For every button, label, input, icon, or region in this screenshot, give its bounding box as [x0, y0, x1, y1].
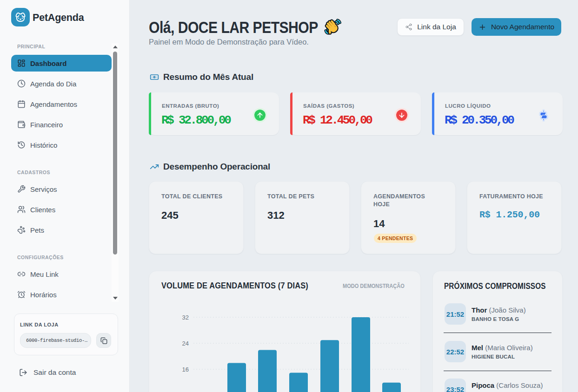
svg-text:16: 16	[182, 366, 189, 373]
svg-text:32: 32	[182, 314, 189, 321]
svg-text:24: 24	[182, 340, 189, 347]
